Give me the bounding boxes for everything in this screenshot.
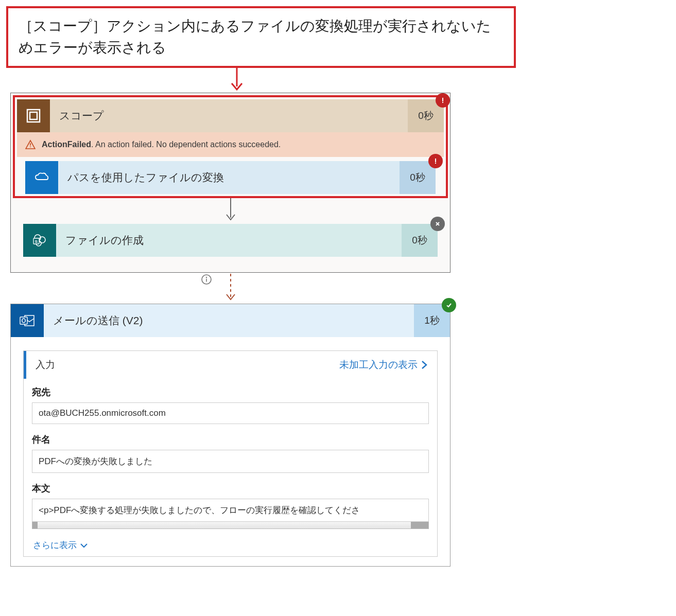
horizontal-scrollbar[interactable]	[32, 522, 429, 529]
info-icon[interactable]	[201, 274, 212, 285]
send-mail-action[interactable]: メールの送信 (V2) 1秒 入力 未加工入力の表示 宛先 ota@BUCH25…	[10, 304, 450, 567]
svg-rect-8	[30, 147, 31, 148]
success-status-badge	[442, 298, 456, 312]
body-field: 本文 <p>PDFへ変換する処理が失敗しましたので、フローの実行履歴を確認してく…	[24, 475, 437, 531]
flow-connector-runafter	[10, 273, 450, 304]
outlook-icon	[11, 304, 44, 337]
subject-value[interactable]: PDFへの変換が失敗しました	[32, 450, 429, 473]
scope-title: スコープ	[50, 99, 408, 132]
svg-point-22	[206, 277, 207, 278]
flow-connector	[15, 196, 446, 224]
svg-rect-5	[30, 112, 37, 119]
inputs-header: 入力	[36, 358, 55, 372]
error-text: ActionFailed. An action failed. No depen…	[42, 140, 281, 149]
annotation-callout: ［スコープ］アクション内にあるファイルの変換処理が実行されないためエラーが表示さ…	[6, 6, 516, 68]
show-more-link[interactable]: さらに表示	[24, 531, 437, 556]
svg-rect-2	[442, 98, 443, 101]
svg-rect-10	[435, 159, 436, 162]
warning-icon	[25, 139, 36, 150]
svg-rect-11	[435, 163, 436, 164]
inputs-panel: 入力 未加工入力の表示 宛先 ota@BUCH255.onmicrosoft.c…	[23, 350, 438, 557]
annotation-arrow	[10, 68, 463, 93]
svg-point-25	[445, 301, 453, 309]
annotation-text: ［スコープ］アクション内にあるファイルの変換処理が実行されないためエラーが表示さ…	[19, 18, 491, 56]
convert-file-action[interactable]: パスを使用したファイルの変換 0秒	[25, 161, 436, 194]
sharepoint-icon: S	[23, 224, 56, 257]
to-field: 宛先 ota@BUCH255.onmicrosoft.com	[24, 379, 437, 426]
error-status-badge	[428, 154, 443, 168]
scope-icon	[17, 99, 50, 132]
show-raw-inputs-link[interactable]: 未加工入力の表示	[339, 358, 428, 372]
error-banner: ActionFailed. An action failed. No depen…	[17, 132, 444, 157]
mail-title: メールの送信 (V2)	[44, 304, 414, 337]
body-label: 本文	[32, 482, 429, 495]
to-label: 宛先	[32, 386, 429, 398]
scope-container[interactable]: スコープ 0秒 ActionFailed. An action failed. …	[10, 93, 450, 273]
skipped-status-badge	[430, 217, 445, 231]
onedrive-icon	[25, 161, 58, 194]
convert-title: パスを使用したファイルの変換	[58, 161, 400, 194]
svg-rect-23	[206, 279, 207, 282]
svg-text:S: S	[35, 239, 38, 244]
annotation-highlight-frame: スコープ 0秒 ActionFailed. An action failed. …	[13, 95, 448, 198]
body-value[interactable]: <p>PDFへ変換する処理が失敗しましたので、フローの実行履歴を確認してくださ	[32, 499, 429, 522]
subject-label: 件名	[32, 433, 429, 446]
chevron-down-icon	[80, 542, 88, 549]
svg-rect-7	[30, 143, 31, 146]
create-title: ファイルの作成	[56, 224, 402, 257]
to-value[interactable]: ota@BUCH255.onmicrosoft.com	[32, 402, 429, 424]
svg-rect-27	[20, 317, 27, 324]
create-file-action[interactable]: S ファイルの作成 0秒	[23, 224, 438, 257]
error-status-badge	[436, 93, 450, 108]
scope-action[interactable]: スコープ 0秒 ActionFailed. An action failed. …	[17, 99, 444, 157]
svg-rect-4	[27, 110, 40, 122]
subject-field: 件名 PDFへの変換が失敗しました	[24, 426, 437, 475]
svg-rect-3	[442, 102, 443, 103]
chevron-right-icon	[421, 360, 428, 369]
